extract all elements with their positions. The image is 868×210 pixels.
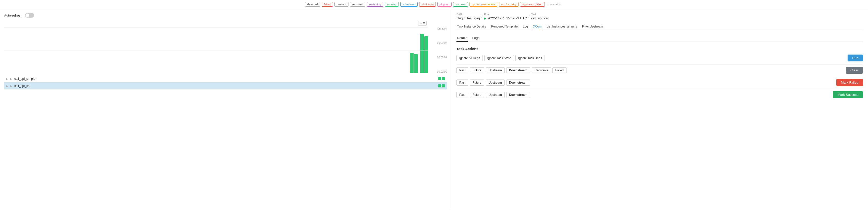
- failed-past-button[interactable]: Past: [457, 79, 468, 85]
- grid-line-top: [4, 27, 428, 28]
- status-tag-queued[interactable]: queued: [335, 2, 348, 7]
- clear-button[interactable]: Clear: [846, 67, 863, 74]
- gantt-expand-button[interactable]: →≡: [418, 21, 427, 26]
- breadcrumb-task-section: Task call_api_cat: [531, 13, 549, 20]
- action-tags-run: Ignore All Deps Ignore Task State Ignore…: [457, 55, 847, 61]
- task-actions-title: Task Actions: [457, 47, 863, 51]
- success-upstream-button[interactable]: Upstream: [486, 92, 505, 98]
- status-bar: deferredfailedqueuedremovedrestartingrun…: [0, 0, 868, 9]
- sub-tabs: Details Logs: [457, 34, 863, 42]
- breadcrumb-sep-2: /: [528, 14, 529, 19]
- divider-2: [457, 77, 863, 77]
- ignore-all-deps-button[interactable]: Ignore All Deps: [457, 55, 483, 61]
- play-icon-simple[interactable]: ▶: [6, 77, 8, 80]
- action-tags-success: Past Future Upstream Downstream: [457, 92, 833, 98]
- bar-simple-1: [410, 53, 413, 73]
- status-tag-up_for_retry[interactable]: up_for_retry: [499, 2, 519, 7]
- task-dot-2: [442, 77, 445, 80]
- tab-rendered-template[interactable]: Rendered Template: [490, 23, 518, 30]
- clear-failed-button[interactable]: Failed: [553, 67, 566, 73]
- gantt-area: →≡ Duration 00:00:02 00:00:01 00:00:00: [0, 21, 451, 205]
- ignore-task-deps-button[interactable]: Ignore Task Deps: [516, 55, 545, 61]
- failed-future-button[interactable]: Future: [470, 79, 484, 85]
- duration-tick-2: 00:00:00: [429, 70, 447, 73]
- auto-refresh-toggle[interactable]: [25, 13, 34, 18]
- mark-success-button[interactable]: Mark Success: [833, 91, 863, 98]
- action-row-run: Ignore All Deps Ignore Task State Ignore…: [457, 55, 863, 62]
- run-button[interactable]: Run: [847, 55, 863, 62]
- task-name-cat: call_api_cat: [14, 84, 436, 88]
- task-row[interactable]: ▶ ▶ call_api_simple: [4, 75, 447, 82]
- play-icon-cat[interactable]: ▶: [6, 84, 8, 88]
- mark-failed-button[interactable]: Mark Failed: [836, 79, 863, 86]
- failed-upstream-button[interactable]: Upstream: [486, 79, 505, 85]
- breadcrumb: DAG plugin_test_dag / Run ▶ 2022-11-04, …: [457, 13, 863, 20]
- failed-downstream-button[interactable]: Downstream: [506, 79, 530, 85]
- divider-3: [457, 89, 863, 89]
- status-tag-scheduled[interactable]: scheduled: [400, 2, 418, 7]
- success-past-button[interactable]: Past: [457, 92, 468, 98]
- breadcrumb-dag-section: DAG plugin_test_dag: [457, 13, 480, 20]
- status-tag-success[interactable]: success: [453, 2, 468, 7]
- status-tag-running[interactable]: running: [385, 2, 399, 7]
- duration-tick-0: 00:00:02: [429, 41, 447, 44]
- status-tag-deferred[interactable]: deferred: [305, 2, 320, 7]
- status-tag-up_for_reschedule[interactable]: up_for_reschedule: [469, 2, 497, 7]
- breadcrumb-run-value: ▶ 2022-11-04, 15:49:29 UTC: [484, 16, 527, 20]
- tab-log[interactable]: Log: [522, 23, 528, 30]
- run-play-icon: ▶: [484, 16, 486, 20]
- clear-upstream-button[interactable]: Upstream: [486, 67, 505, 73]
- dag-value[interactable]: plugin_test_dag: [457, 16, 480, 20]
- right-panel: DAG plugin_test_dag / Run ▶ 2022-11-04, …: [452, 9, 868, 208]
- bar-cat-2: [424, 36, 428, 73]
- task-rows: ▶ ▶ call_api_simple ▶ ▶ call_api_cat: [4, 75, 447, 90]
- breadcrumb-sep-1: /: [482, 14, 483, 19]
- task-value[interactable]: call_api_cat: [531, 16, 549, 20]
- grid-line-mid: [4, 50, 428, 50]
- success-downstream-button[interactable]: Downstream: [506, 92, 530, 98]
- task-label: Task: [531, 13, 549, 16]
- clear-downstream-button[interactable]: Downstream: [506, 67, 530, 73]
- status-tag-restarting[interactable]: restarting: [367, 2, 383, 7]
- play-icon-simple-2[interactable]: ▶: [10, 77, 12, 80]
- sub-tab-details[interactable]: Details: [457, 34, 468, 42]
- status-tag-no_status[interactable]: no_status: [546, 2, 563, 7]
- tabs-nav: Task Instance Details Rendered Template …: [457, 23, 863, 30]
- task-row-selected[interactable]: ▶ ▶ call_api_cat: [4, 82, 447, 90]
- action-tags-failed: Past Future Upstream Downstream: [457, 79, 836, 85]
- ignore-task-state-button[interactable]: Ignore Task State: [484, 55, 514, 61]
- status-tag-removed[interactable]: removed: [350, 2, 366, 7]
- run-label: Run: [484, 13, 527, 16]
- action-tags-clear: Past Future Upstream Downstream Recursiv…: [457, 67, 846, 73]
- breadcrumb-run-section: Run ▶ 2022-11-04, 15:49:29 UTC: [484, 13, 527, 20]
- tab-filter-upstream[interactable]: Filter Upstream: [582, 23, 603, 30]
- sub-tab-logs[interactable]: Logs: [472, 34, 480, 42]
- task-name-simple: call_api_simple: [14, 77, 436, 80]
- dag-label: DAG: [457, 13, 480, 16]
- tab-xcom[interactable]: XCom: [532, 23, 542, 30]
- success-future-button[interactable]: Future: [470, 92, 484, 98]
- clear-future-button[interactable]: Future: [470, 67, 484, 73]
- clear-recursive-button[interactable]: Recursive: [532, 67, 551, 73]
- duration-label: Duration: [429, 27, 447, 30]
- auto-refresh-row: Auto-refresh: [0, 12, 451, 21]
- tab-task-instance-details[interactable]: Task Instance Details: [457, 23, 486, 30]
- play-icon-cat-2[interactable]: ▶: [10, 84, 12, 88]
- task-dot-cat-2: [442, 84, 445, 88]
- bar-cat-1: [420, 34, 424, 73]
- bar-simple-2: [414, 54, 418, 73]
- clear-past-button[interactable]: Past: [457, 67, 468, 73]
- status-tag-failed[interactable]: failed: [322, 2, 333, 7]
- duration-tick-1: 00:00:01: [429, 56, 447, 59]
- run-value[interactable]: 2022-11-04, 15:49:29 UTC: [487, 16, 527, 20]
- task-dot-cat-1: [438, 84, 441, 88]
- status-tag-upstream_failed[interactable]: upstream_failed: [520, 2, 545, 7]
- task-dots-cat: [438, 84, 445, 88]
- status-tag-skipped[interactable]: skipped: [437, 2, 452, 7]
- tab-list-instances[interactable]: List Instances, all runs: [546, 23, 578, 30]
- action-row-mark-success: Past Future Upstream Downstream Mark Suc…: [457, 91, 863, 98]
- main-layout: Auto-refresh →≡ Duration 00:00:02 00:00:…: [0, 9, 868, 208]
- task-dot-1: [438, 77, 441, 80]
- status-tag-shutdown[interactable]: shutdown: [419, 2, 436, 7]
- action-row-clear: Past Future Upstream Downstream Recursiv…: [457, 67, 863, 74]
